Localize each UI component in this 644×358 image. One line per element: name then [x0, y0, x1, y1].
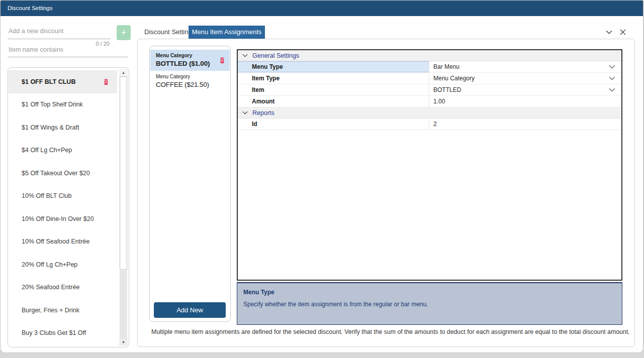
tab-menu-item-assignments[interactable]: Menu Item Assignments — [189, 26, 265, 39]
discount-item-label: Burger, Fries + Drink — [22, 307, 79, 314]
property-name[interactable]: Menu Type — [238, 61, 429, 72]
chevron-down-icon[interactable] — [242, 54, 248, 57]
property-row-item[interactable]: Item BOTTLED — [238, 84, 621, 96]
property-value-dropdown[interactable]: Bar Menu — [429, 61, 621, 72]
chevron-down-icon[interactable] — [242, 111, 248, 114]
add-new-button[interactable]: Add New — [154, 302, 226, 318]
discount-list: $1 OFF BLT CLUB $1 Off Top Shelf Drink $… — [8, 67, 129, 347]
collapse-chevron-icon[interactable] — [605, 28, 613, 36]
group-header-general-settings[interactable]: General Settings — [238, 50, 621, 61]
group-header-reports[interactable]: Reports — [238, 107, 621, 118]
property-grid: General Settings Menu Type Bar Menu Item… — [237, 49, 622, 281]
close-icon[interactable] — [619, 28, 627, 36]
window-titlebar: Discount Settings — [1, 1, 643, 16]
add-discount-button[interactable]: + — [117, 25, 131, 40]
discount-item-label: 10% Off Seafood Entrée — [22, 238, 89, 245]
discount-item[interactable]: $5 Off Takeout Over $20 — [9, 162, 117, 185]
delete-assignment-icon[interactable] — [219, 57, 225, 64]
property-value-text: Bar Menu — [433, 63, 459, 70]
assignment-category-label: Menu Category — [156, 53, 225, 58]
assignment-list: Menu Category BOTTLED ($1.00) Menu Categ… — [149, 46, 231, 322]
discount-item[interactable]: $1 OFF BLT CLUB — [9, 70, 117, 93]
help-description: Specify whether the item assignment is f… — [243, 301, 428, 308]
discount-item-label: 10% Off BLT Club — [22, 192, 71, 199]
property-row-item-type[interactable]: Item Type Menu Category — [238, 73, 621, 84]
discount-item-label: $5 Off Takeout Over $20 — [22, 170, 90, 177]
property-value-field[interactable]: 1.00 — [429, 96, 621, 107]
discount-item-label: 20% Off Lg Ch+Pep — [22, 261, 77, 268]
discount-item[interactable]: 10% Off BLT Club — [9, 185, 117, 208]
discount-item-label: Buy 3 Clubs Get $1 Off — [22, 329, 86, 336]
discount-item[interactable]: $1 Off Wings & Draft — [9, 116, 117, 139]
assignment-item[interactable]: Menu Category COFFEE ($21.50) — [150, 71, 230, 92]
discount-item-label: 20% Seafood Entrée — [22, 284, 79, 291]
group-label: Reports — [252, 109, 274, 116]
property-value-text: Menu Category — [433, 75, 475, 82]
discount-item[interactable]: $4 Off Lg Ch+Pep — [9, 139, 117, 162]
group-label: General Settings — [252, 52, 299, 59]
help-title: Menu Type — [243, 289, 274, 296]
discount-item[interactable]: 20% Off Lg Ch+Pep — [9, 253, 117, 276]
property-name[interactable]: Amount — [238, 96, 429, 107]
scroll-thumb[interactable] — [120, 76, 127, 270]
discount-item-label: $4 Off Lg Ch+Pep — [22, 147, 72, 154]
property-value-dropdown[interactable]: BOTTLED — [429, 84, 621, 95]
discount-item-label: 10% Off Dine-In Over $20 — [22, 215, 94, 222]
property-name[interactable]: Item — [238, 84, 429, 95]
discount-item[interactable]: 20% Seafood Entrée — [9, 276, 117, 299]
scroll-track[interactable] — [120, 270, 127, 338]
discount-item-label: $1 Off Top Shelf Drink — [22, 101, 83, 108]
property-value-text: 2 — [433, 121, 437, 128]
discount-item[interactable]: Buy 3 Clubs Get $1 Off — [9, 322, 117, 345]
property-name[interactable]: Id — [238, 118, 429, 130]
discount-list-scrollbar[interactable]: ▲ ▼ — [119, 69, 128, 346]
discount-list-items: $1 OFF BLT CLUB $1 Off Top Shelf Drink $… — [9, 70, 117, 344]
assignment-item[interactable]: Menu Category BOTTLED ($1.00) — [150, 50, 230, 71]
dropdown-chevron-icon[interactable] — [609, 65, 615, 69]
property-name[interactable]: Item Type — [238, 73, 429, 84]
property-value-field[interactable]: 2 — [429, 118, 621, 130]
filter-input[interactable] — [8, 43, 128, 57]
property-value-text: BOTTLED — [433, 86, 461, 93]
window-controls — [605, 28, 627, 36]
property-row-menu-type[interactable]: Menu Type Bar Menu — [238, 61, 621, 73]
delete-discount-icon[interactable] — [103, 78, 109, 85]
discount-item[interactable]: 10% Off Seafood Entrée — [9, 230, 117, 254]
dropdown-chevron-icon[interactable] — [609, 88, 615, 92]
discount-item[interactable]: Burger, Fries + Drink — [9, 299, 117, 322]
footer-note: Multiple menu item assignments are defin… — [151, 328, 630, 335]
discount-item-label: $1 OFF BLT CLUB — [22, 78, 75, 85]
property-value-dropdown[interactable]: Menu Category — [429, 73, 621, 84]
discount-item[interactable]: 10% Off Dine-In Over $20 — [9, 207, 117, 230]
dropdown-chevron-icon[interactable] — [609, 76, 615, 80]
scroll-up-icon[interactable]: ▲ — [119, 69, 128, 76]
property-value-text: 1.00 — [433, 98, 445, 105]
discount-item-label: $1 Off Wings & Draft — [22, 124, 79, 131]
property-row-amount[interactable]: Amount 1.00 — [238, 96, 621, 107]
discount-item[interactable]: $1 Off Top Shelf Drink — [9, 93, 117, 116]
add-discount-input[interactable] — [8, 24, 111, 39]
scroll-down-icon[interactable]: ▼ — [119, 338, 128, 346]
assignment-title: BOTTLED ($1.00) — [156, 60, 225, 67]
assignment-title: COFFEE ($21.50) — [156, 81, 225, 88]
assignment-category-label: Menu Category — [156, 74, 225, 79]
discount-settings-window: Discount Settings + 0 / 20 $1 OFF BLT CL… — [0, 0, 643, 353]
property-row-id[interactable]: Id 2 — [238, 118, 621, 130]
property-help-panel: Menu Type Specify whether the item assig… — [237, 282, 622, 325]
window-title: Discount Settings — [8, 5, 53, 11]
